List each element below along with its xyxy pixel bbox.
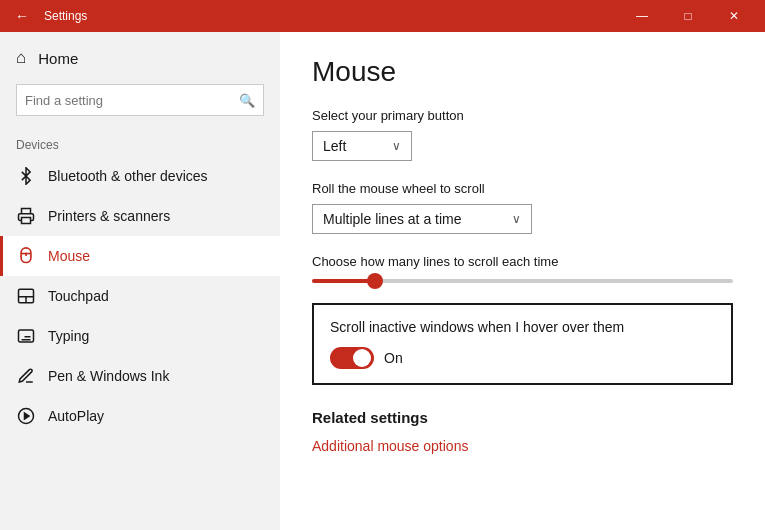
scroll-inactive-label: Scroll inactive windows when I hover ove… bbox=[330, 319, 715, 335]
home-icon bbox=[16, 48, 26, 68]
scroll-inactive-box: Scroll inactive windows when I hover ove… bbox=[312, 303, 733, 385]
toggle-status: On bbox=[384, 350, 403, 366]
scroll-wheel-value: Multiple lines at a time bbox=[323, 211, 462, 227]
sidebar-item-pen[interactable]: Pen & Windows Ink bbox=[0, 356, 280, 396]
svg-marker-16 bbox=[25, 413, 30, 419]
search-icon[interactable]: 🔍 bbox=[239, 93, 255, 108]
printers-icon bbox=[16, 206, 36, 226]
scroll-lines-track bbox=[312, 279, 733, 283]
typing-icon bbox=[16, 326, 36, 346]
scroll-lines-label: Choose how many lines to scroll each tim… bbox=[312, 254, 733, 269]
scroll-inactive-toggle[interactable] bbox=[330, 347, 374, 369]
scroll-wheel-arrow: ∨ bbox=[512, 212, 521, 226]
search-input[interactable] bbox=[25, 93, 239, 108]
primary-button-dropdown[interactable]: Left ∨ bbox=[312, 131, 412, 161]
sidebar: Home 🔍 Devices Bluetooth & other devices bbox=[0, 32, 280, 530]
sidebar-item-bluetooth[interactable]: Bluetooth & other devices bbox=[0, 156, 280, 196]
minimize-button[interactable]: — bbox=[619, 0, 665, 32]
main-layout: Home 🔍 Devices Bluetooth & other devices bbox=[0, 32, 765, 530]
sidebar-item-typing[interactable]: Typing bbox=[0, 316, 280, 356]
sidebar-item-touchpad-label: Touchpad bbox=[48, 288, 109, 304]
sidebar-section-label: Devices bbox=[0, 132, 280, 156]
touchpad-icon bbox=[16, 286, 36, 306]
mouse-icon bbox=[16, 246, 36, 266]
autoplay-icon bbox=[16, 406, 36, 426]
maximize-button[interactable]: □ bbox=[665, 0, 711, 32]
back-button[interactable]: ← bbox=[8, 2, 36, 30]
sidebar-item-mouse-label: Mouse bbox=[48, 248, 90, 264]
bluetooth-icon bbox=[16, 166, 36, 186]
sidebar-item-printers-label: Printers & scanners bbox=[48, 208, 170, 224]
close-button[interactable]: ✕ bbox=[711, 0, 757, 32]
sidebar-item-bluetooth-label: Bluetooth & other devices bbox=[48, 168, 208, 184]
scroll-lines-section: Choose how many lines to scroll each tim… bbox=[312, 254, 733, 283]
title-bar-title: Settings bbox=[44, 9, 619, 23]
svg-rect-0 bbox=[22, 218, 31, 224]
title-bar: ← Settings — □ ✕ bbox=[0, 0, 765, 32]
slider-thumb[interactable] bbox=[367, 273, 383, 289]
scroll-wheel-label: Roll the mouse wheel to scroll bbox=[312, 181, 733, 196]
sidebar-item-typing-label: Typing bbox=[48, 328, 89, 344]
slider-fill bbox=[312, 279, 375, 283]
toggle-knob bbox=[353, 349, 371, 367]
scroll-wheel-dropdown[interactable]: Multiple lines at a time ∨ bbox=[312, 204, 532, 234]
primary-button-value: Left bbox=[323, 138, 346, 154]
related-settings-title: Related settings bbox=[312, 409, 733, 426]
sidebar-item-touchpad[interactable]: Touchpad bbox=[0, 276, 280, 316]
primary-button-arrow: ∨ bbox=[392, 139, 401, 153]
content-area: Mouse Select your primary button Left ∨ … bbox=[280, 32, 765, 530]
pen-icon bbox=[16, 366, 36, 386]
sidebar-home[interactable]: Home bbox=[0, 32, 280, 80]
sidebar-item-printers[interactable]: Printers & scanners bbox=[0, 196, 280, 236]
search-box: 🔍 bbox=[16, 84, 264, 116]
sidebar-item-autoplay[interactable]: AutoPlay bbox=[0, 396, 280, 436]
window-controls: — □ ✕ bbox=[619, 0, 757, 32]
sidebar-item-mouse[interactable]: Mouse bbox=[0, 236, 280, 276]
sidebar-item-pen-label: Pen & Windows Ink bbox=[48, 368, 169, 384]
home-label: Home bbox=[38, 50, 78, 67]
sidebar-item-autoplay-label: AutoPlay bbox=[48, 408, 104, 424]
primary-button-label: Select your primary button bbox=[312, 108, 733, 123]
additional-mouse-options-link[interactable]: Additional mouse options bbox=[312, 438, 468, 454]
toggle-row: On bbox=[330, 347, 715, 369]
page-title: Mouse bbox=[312, 56, 733, 88]
